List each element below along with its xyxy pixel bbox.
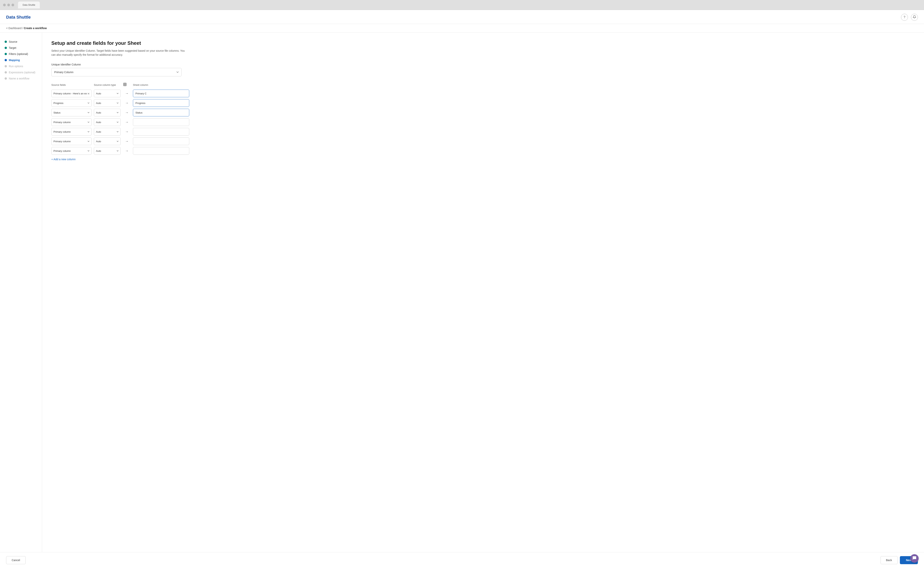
- arrow-4: →: [123, 130, 131, 134]
- sidebar-label-filters: Filters (optional): [9, 53, 28, 56]
- mapping-row-4: Primary columnAuto→: [51, 128, 189, 136]
- sheet-column-input-1[interactable]: [133, 99, 189, 107]
- page-description: Select your Unique Identifier Column. Ta…: [51, 49, 185, 57]
- mapping-row-3: Primary columnAuto→: [51, 118, 189, 126]
- sidebar-dot-mapping: [5, 59, 7, 61]
- mapping-row-1: ProgressAuto→: [51, 99, 189, 107]
- source-field-select-2[interactable]: Status: [51, 109, 92, 116]
- breadcrumb-current: Create a workflow: [24, 27, 47, 30]
- footer: Cancel Back Next: [0, 552, 924, 568]
- arrow-3: →: [123, 120, 131, 124]
- chat-bubble-icon: [912, 556, 916, 561]
- source-type-select-1[interactable]: Auto: [94, 99, 121, 107]
- main-layout: SourceTargetFilters (optional)MappingRun…: [0, 33, 924, 552]
- sidebar: SourceTargetFilters (optional)MappingRun…: [0, 33, 42, 552]
- sidebar-item-run-options: Run options: [5, 63, 37, 69]
- arrow-6: →: [123, 149, 131, 153]
- source-fields-header: Source fields: [51, 83, 92, 86]
- add-column-label: + Add a new column: [51, 158, 76, 161]
- mapping-row-5: Primary columnAuto→: [51, 137, 189, 145]
- help-button[interactable]: ?: [901, 14, 908, 21]
- mapping-row-6: Primary columnAuto→: [51, 147, 189, 155]
- content-area: Setup and create fields for your Sheet S…: [42, 33, 924, 552]
- sidebar-dot-target: [5, 47, 7, 49]
- sidebar-label-mapping: Mapping: [9, 59, 20, 62]
- source-type-select-5[interactable]: Auto: [94, 137, 121, 145]
- back-button[interactable]: Back: [880, 556, 898, 564]
- table-headers: Source fields Source column type Sheet c…: [51, 83, 189, 87]
- notification-icon: [913, 15, 916, 19]
- browser-dot-red: [3, 4, 6, 6]
- arrow-2: →: [123, 111, 131, 115]
- browser-dot-green: [12, 4, 14, 6]
- source-type-select-3[interactable]: Auto: [94, 118, 121, 126]
- help-icon: ?: [904, 15, 906, 19]
- breadcrumb: < Dashboard / Create a workflow: [0, 24, 924, 33]
- sidebar-item-mapping[interactable]: Mapping: [5, 57, 37, 63]
- sidebar-dot-run-options: [5, 65, 7, 67]
- header: Data Shuttle ?: [0, 10, 924, 24]
- sheet-column-input-2[interactable]: [133, 109, 189, 116]
- source-field-select-0[interactable]: Primary column - Here's an ex ...: [51, 89, 92, 97]
- source-type-select-2[interactable]: Auto: [94, 109, 121, 116]
- page-title: Setup and create fields for your Sheet: [51, 40, 915, 46]
- app-title: Data Shuttle: [6, 15, 31, 20]
- mapping-row-2: StatusAuto→: [51, 109, 189, 116]
- sidebar-item-source[interactable]: Source: [5, 39, 37, 45]
- sheet-column-input-3[interactable]: [133, 118, 189, 126]
- sheet-column-input-4[interactable]: [133, 128, 189, 136]
- arrow-5: →: [123, 139, 131, 144]
- sidebar-dot-expressions: [5, 71, 7, 74]
- unique-identifier-label: Unique Identifier Column: [51, 63, 915, 66]
- sidebar-label-name-workflow: Name a workflow: [9, 77, 29, 80]
- source-field-select-3[interactable]: Primary column: [51, 118, 92, 126]
- sidebar-item-name-workflow: Name a workflow: [5, 76, 37, 82]
- arrow-1: →: [123, 101, 131, 105]
- sidebar-item-filters[interactable]: Filters (optional): [5, 51, 37, 57]
- sidebar-label-source: Source: [9, 40, 17, 43]
- arrow-0: →: [123, 92, 131, 95]
- sidebar-item-expressions: Expressions (optional): [5, 69, 37, 76]
- source-field-select-6[interactable]: Primary column: [51, 147, 92, 155]
- mapping-rows-container: Primary column - Here's an ex ...Auto→Pr…: [51, 89, 189, 155]
- notification-button[interactable]: [911, 14, 918, 21]
- source-type-select-4[interactable]: Auto: [94, 128, 121, 136]
- sidebar-dot-filters: [5, 53, 7, 55]
- sidebar-label-expressions: Expressions (optional): [9, 71, 35, 74]
- sheet-column-input-5[interactable]: [133, 137, 189, 145]
- sidebar-dot-name-workflow: [5, 77, 7, 80]
- add-column-link[interactable]: + Add a new column: [51, 158, 76, 161]
- unique-identifier-dropdown[interactable]: Primary Column: [51, 68, 181, 76]
- svg-rect-0: [124, 83, 126, 86]
- source-type-select-0[interactable]: Auto: [94, 89, 121, 97]
- browser-chrome: Data Shuttle: [0, 0, 924, 10]
- sheet-column-input-0[interactable]: [133, 89, 189, 97]
- header-icons: ?: [901, 14, 918, 21]
- sidebar-dot-source: [5, 41, 7, 43]
- sidebar-item-target[interactable]: Target: [5, 45, 37, 51]
- sheet-icon-header: [123, 83, 131, 87]
- source-field-select-1[interactable]: Progress: [51, 99, 92, 107]
- sheet-column-input-6[interactable]: [133, 147, 189, 155]
- breadcrumb-dashboard[interactable]: < Dashboard: [6, 27, 22, 30]
- source-field-select-4[interactable]: Primary column: [51, 128, 92, 136]
- source-type-select-6[interactable]: Auto: [94, 147, 121, 155]
- mapping-row-0: Primary column - Here's an ex ...Auto→: [51, 89, 189, 97]
- browser-tab[interactable]: Data Shuttle: [18, 2, 40, 8]
- chat-bubble-button[interactable]: [910, 554, 919, 563]
- browser-dot-yellow: [7, 4, 10, 6]
- sidebar-label-run-options: Run options: [9, 65, 23, 68]
- mapping-table: Source fields Source column type Sheet c…: [51, 83, 189, 161]
- app-container: Data Shuttle ? < Dashboard / Create a wo…: [0, 10, 924, 568]
- cancel-button[interactable]: Cancel: [6, 556, 26, 564]
- source-column-type-header: Source column type: [94, 83, 121, 86]
- sheet-column-header: Sheet column: [133, 83, 189, 86]
- source-field-select-5[interactable]: Primary column: [51, 137, 92, 145]
- sidebar-label-target: Target: [9, 46, 16, 49]
